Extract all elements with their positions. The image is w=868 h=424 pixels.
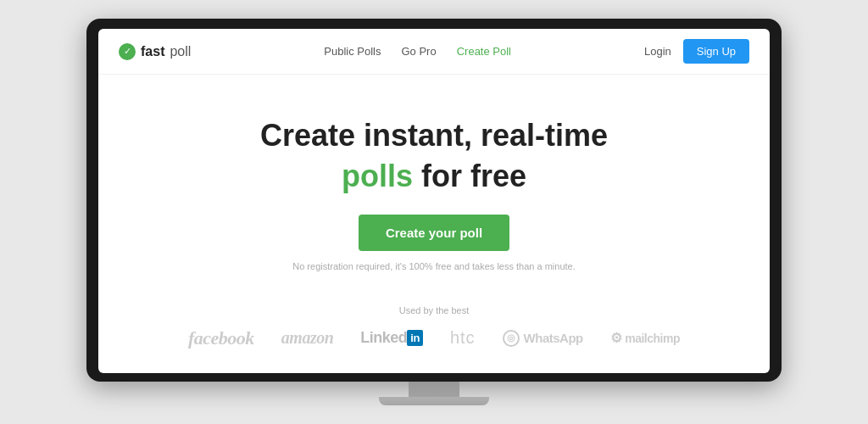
hero-subtext: No registration required, it's 100% free… <box>115 261 753 271</box>
navbar: ✓ fast poll Public Polls Go Pro Create P… <box>98 29 770 75</box>
linkedin-box: in <box>407 330 423 346</box>
monitor-wrapper: ✓ fast poll Public Polls Go Pro Create P… <box>86 19 782 404</box>
mailchimp-icon: ⚙ <box>610 330 622 346</box>
amazon-logo: amazon <box>281 328 333 348</box>
monitor-stand-neck <box>409 382 459 397</box>
mailchimp-logo: ⚙ mailchimp <box>610 330 680 346</box>
whatsapp-logo: ◎ WhatsApp <box>503 330 583 347</box>
signup-button[interactable]: Sign Up <box>683 39 749 64</box>
nav-public-polls[interactable]: Public Polls <box>324 45 381 58</box>
monitor: ✓ fast poll Public Polls Go Pro Create P… <box>86 19 782 381</box>
brand-logos: facebook amazon Linkedin htc ◎ WhatsApp … <box>115 327 753 349</box>
hero-green-text: polls <box>342 159 413 193</box>
create-poll-button[interactable]: Create your poll <box>359 215 509 251</box>
whatsapp-icon: ◎ <box>503 330 520 347</box>
hero-title-line1: Create instant, real-time <box>115 117 753 153</box>
monitor-screen: ✓ fast poll Public Polls Go Pro Create P… <box>98 29 770 372</box>
nav-right: Login Sign Up <box>644 39 749 64</box>
login-button[interactable]: Login <box>644 45 671 58</box>
linkedin-logo: Linkedin <box>360 329 423 347</box>
nav-go-pro[interactable]: Go Pro <box>402 45 437 58</box>
logo-fast-text: fast <box>141 44 164 59</box>
linkedin-text: Linked <box>360 329 407 347</box>
htc-logo: htc <box>450 328 476 348</box>
hero-section: Create instant, real-time polls for free… <box>98 75 770 296</box>
facebook-logo: facebook <box>188 327 254 349</box>
logo: ✓ fast poll <box>119 43 191 60</box>
used-by-label: Used by the best <box>115 305 753 315</box>
used-by-section: Used by the best facebook amazon Linkedi… <box>98 297 770 373</box>
logo-check-icon: ✓ <box>119 43 136 60</box>
logo-poll-text: poll <box>170 44 191 59</box>
hero-suffix-text: for free <box>413 159 526 193</box>
nav-links: Public Polls Go Pro Create Poll <box>324 45 511 58</box>
mailchimp-text: mailchimp <box>625 332 680 345</box>
nav-create-poll[interactable]: Create Poll <box>457 45 511 58</box>
monitor-stand-base <box>379 397 489 405</box>
hero-title-line2: polls for free <box>115 158 753 194</box>
whatsapp-text: WhatsApp <box>524 331 583 345</box>
